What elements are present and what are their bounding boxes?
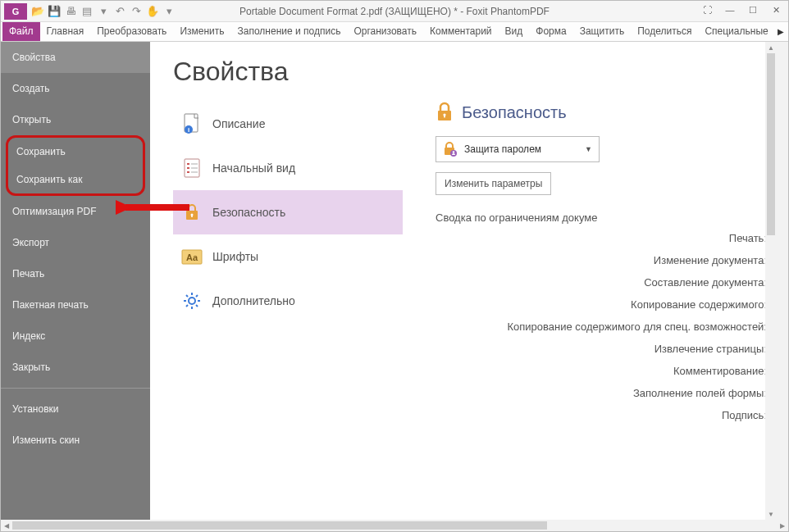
restrictions-list: Печать: Изменение документа: Составление… [436,232,767,421]
hscroll-thumb[interactable] [12,521,547,530]
sidebar-item-print[interactable]: Печать [1,258,150,289]
property-category-list: i Описание Начальный вид Безопасность [173,102,403,431]
tab-fill-sign[interactable]: Заполнение и подпись [231,22,348,41]
fullscreen-icon[interactable]: ⛶ [698,2,716,17]
sidebar-item-batch-print[interactable]: Пакетная печать [1,289,150,321]
tab-protect[interactable]: Защитить [573,22,631,41]
svg-rect-6 [191,215,193,217]
sidebar-item-preferences[interactable]: Установки [1,393,150,425]
content-panel: Свойства i Описание Начальный вид [150,42,788,520]
svg-point-15 [453,151,455,153]
undo-icon[interactable]: ↶ [112,4,127,19]
lock-icon [181,202,203,223]
sidebar-item-export[interactable]: Экспорт [1,227,150,258]
restriction-commenting: Комментирование: [436,365,767,377]
sidebar-item-open[interactable]: Открыть [1,104,150,135]
file-sidebar: Свойства Создать Открыть Сохранить Сохра… [1,42,150,520]
scroll-left-icon[interactable]: ◀ [1,520,12,531]
stack-icon[interactable]: ▤ [80,4,94,19]
sidebar-item-create[interactable]: Создать [1,73,150,104]
restriction-extract-page: Извлечение страницы: [436,343,767,355]
security-method-dropdown[interactable]: Защита паролем [436,136,600,162]
svg-point-9 [189,298,195,304]
menubar: Файл Главная Преобразовать Изменить Запо… [1,22,788,42]
prop-label: Описание [212,117,265,130]
security-detail-panel: Безопасность Защита паролем Изменить пар… [436,102,767,431]
page-info-icon: i [181,113,203,134]
restriction-copy-accessibility: Копирование содержимого для спец. возмож… [436,321,767,333]
tab-edit[interactable]: Изменить [173,22,230,41]
prop-label: Дополнительно [212,294,295,307]
tab-convert[interactable]: Преобразовать [90,22,173,41]
sidebar-item-skin[interactable]: Изменить скин [1,425,150,456]
menubar-overflow-icon[interactable]: ▶ [775,22,787,41]
svg-text:i: i [188,126,189,134]
checklist-icon [181,157,203,179]
print-icon[interactable]: 🖶 [63,4,78,19]
prop-label: Безопасность [212,206,285,219]
gear-icon [181,290,203,311]
toolbar-dropdown-icon[interactable]: ▾ [162,4,176,19]
svg-text:Aa: Aa [186,252,198,262]
prop-item-fonts[interactable]: Aa Шрифты [173,234,403,279]
sidebar-item-properties[interactable]: Свойства [1,42,150,73]
sidebar-item-index[interactable]: Индекс [1,321,150,352]
horizontal-scrollbar[interactable]: ◀ ▶ [1,520,788,531]
restriction-assemble-doc: Составление документа: [436,276,767,289]
sidebar-divider [1,388,150,389]
tab-organize[interactable]: Организовать [347,22,423,41]
hand-icon[interactable]: ✋ [145,4,160,19]
restriction-copy-content: Копирование содержимого: [436,298,767,311]
tab-view[interactable]: Вид [499,22,530,41]
hscroll-track[interactable] [12,520,777,531]
quick-toolbar: 📂 💾 🖶 ▤ ▾ ↶ ↷ ✋ ▾ [30,4,176,19]
sidebar-item-close[interactable]: Закрыть [1,352,150,383]
restriction-form-fill: Заполнение полей формы: [436,387,767,399]
change-params-button[interactable]: Изменить параметры [436,172,551,195]
app-button[interactable]: G [4,3,27,20]
prop-label: Начальный вид [212,161,295,175]
window-controls: ⛶ — ☐ ✕ [698,2,785,17]
titlebar: G 📂 💾 🖶 ▤ ▾ ↶ ↷ ✋ ▾ Portable Document Fo… [1,1,788,22]
tab-home[interactable]: Главная [40,22,91,41]
prop-item-advanced[interactable]: Дополнительно [173,279,403,323]
dropdown-value: Защита паролем [464,143,541,155]
document-title: Portable Document Format 2.pdf (ЗАЩИЩЕНО… [239,6,550,17]
fonts-icon: Aa [181,246,203,267]
app-button-letter: G [12,7,20,16]
main-area: Свойства Создать Открыть Сохранить Сохра… [1,42,788,520]
tab-file[interactable]: Файл [2,22,40,41]
page-title: Свойства [173,57,767,87]
sidebar-item-save-as[interactable]: Сохранить как [8,166,143,193]
close-icon[interactable]: ✕ [767,2,785,17]
security-heading: Безопасность [462,103,567,122]
prop-item-security[interactable]: Безопасность [173,190,403,234]
restrictions-summary-title: Сводка по ограничениям докуме [436,211,767,224]
lock-small-icon [443,141,458,157]
tab-special[interactable]: Специальные [698,22,774,41]
redo-icon[interactable]: ↷ [129,4,144,19]
scroll-track[interactable] [765,53,777,508]
scroll-down-icon[interactable]: ▼ [765,508,777,520]
minimize-icon[interactable]: — [721,2,739,17]
scroll-up-icon[interactable]: ▲ [765,42,777,53]
scroll-thumb[interactable] [767,53,775,235]
restriction-print: Печать: [436,232,767,244]
prop-item-initial-view[interactable]: Начальный вид [173,146,403,190]
tab-form[interactable]: Форма [529,22,572,41]
sidebar-item-save[interactable]: Сохранить [8,138,143,166]
maximize-icon[interactable]: ☐ [744,2,762,17]
prop-item-description[interactable]: i Описание [173,102,403,146]
annotation-highlight-box: Сохранить Сохранить как [6,135,145,196]
tab-share[interactable]: Поделиться [631,22,698,41]
scroll-right-icon[interactable]: ▶ [777,520,788,531]
vertical-scrollbar[interactable]: ▲ ▼ [765,42,777,520]
tab-comment[interactable]: Комментарий [423,22,499,41]
svg-rect-12 [444,115,445,117]
save-icon[interactable]: 💾 [47,4,62,19]
restriction-edit-doc: Изменение документа: [436,254,767,266]
lock-large-icon [436,102,454,123]
more-icon[interactable]: ▾ [96,4,111,19]
sidebar-item-optimize-pdf[interactable]: Оптимизация PDF [1,196,150,227]
open-icon[interactable]: 📂 [30,4,45,19]
